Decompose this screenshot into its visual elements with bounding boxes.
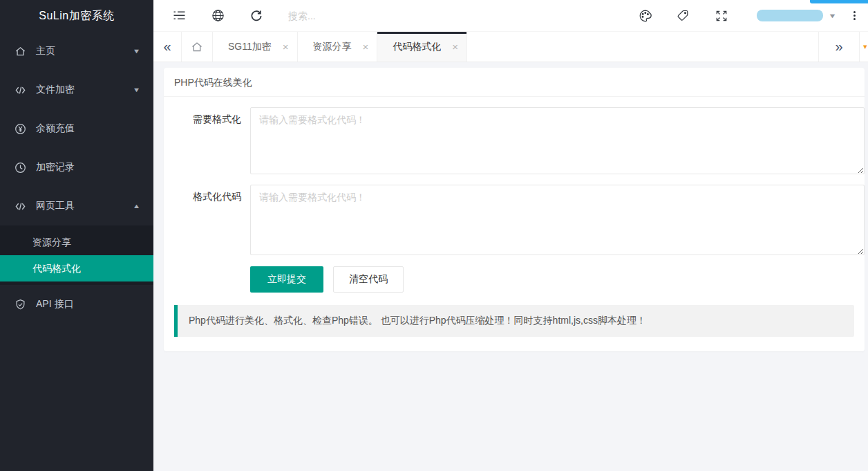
form-row-source: 需要格式化	[164, 107, 865, 174]
home-icon	[191, 41, 203, 53]
tabbar: « SG11加密 × 资源分享 × 代码格式化 × » ▾	[153, 32, 868, 62]
chevron-down-icon: ▼	[133, 86, 141, 93]
sidebar-menu: 主页 ▼ 文件加密 ▼ 余额充值 加密记录 网页工具	[0, 32, 153, 324]
tabs-scroll-right-icon[interactable]: »	[818, 32, 860, 62]
home-tab[interactable]	[182, 32, 213, 62]
sidebar-submenu-webtools: 资源分享 代码格式化	[0, 225, 153, 285]
shield-check-icon	[14, 298, 26, 311]
tab-code-format[interactable]: 代码格式化 ×	[377, 32, 467, 62]
refresh-icon[interactable]	[237, 10, 276, 22]
formatted-code-label: 格式化代码	[164, 185, 250, 255]
tab-label: 代码格式化	[393, 41, 441, 53]
chevron-up-icon: ▲	[133, 203, 141, 210]
menu-fold-icon[interactable]	[160, 10, 198, 21]
tabbar-spacer	[467, 32, 818, 62]
main-content: PHP代码在线美化 需要格式化 格式化代码 立即提交 清空代码 Php代码进行美…	[153, 62, 868, 471]
tab-resource-share[interactable]: 资源分享 ×	[298, 32, 378, 62]
sidebar-subitem-code-format[interactable]: 代码格式化	[0, 255, 153, 281]
sidebar-subitem-resource-share[interactable]: 资源分享	[0, 229, 153, 255]
close-icon[interactable]: ×	[363, 41, 369, 52]
sidebar-item-webtools[interactable]: 网页工具 ▲	[0, 187, 153, 225]
sidebar-item-home[interactable]: 主页 ▼	[0, 32, 153, 71]
globe-icon[interactable]	[198, 9, 237, 22]
tab-label: SG11加密	[228, 41, 272, 53]
overflow-caret-icon: ▾	[863, 42, 867, 51]
clock-icon	[14, 161, 26, 174]
topbar-right-controls: ▼	[626, 9, 868, 23]
sidebar-item-api[interactable]: API 接口	[0, 285, 153, 324]
yen-icon	[14, 122, 26, 135]
sidebar-item-label: 加密记录	[36, 161, 140, 174]
info-alert: Php代码进行美化、格式化、检查Php错误。 也可以进行Php代码压缩处理！同时…	[174, 305, 854, 337]
sidebar-item-label: API 接口	[36, 298, 140, 311]
palette-icon[interactable]	[626, 9, 664, 23]
beautify-form: 需要格式化 格式化代码 立即提交 清空代码 Php代码进行美化、格式化、检查Ph…	[164, 97, 865, 337]
fullscreen-icon[interactable]	[702, 10, 740, 22]
clear-button[interactable]: 清空代码	[333, 266, 404, 293]
code-icon	[14, 84, 26, 96]
form-buttons: 立即提交 清空代码	[250, 266, 865, 293]
kebab-menu-icon[interactable]	[853, 11, 856, 20]
app-title: SuLin加密系统	[0, 0, 153, 32]
home-icon	[14, 45, 26, 57]
tag-icon[interactable]	[664, 9, 702, 22]
tab-label: 资源分享	[313, 41, 352, 53]
close-icon[interactable]: ×	[283, 41, 289, 52]
form-row-result: 格式化代码	[164, 185, 865, 255]
search-input[interactable]	[288, 10, 433, 21]
formatted-code-textarea[interactable]	[250, 185, 865, 255]
user-dropdown-caret-icon[interactable]: ▼	[828, 12, 836, 19]
source-code-textarea[interactable]	[250, 107, 865, 174]
tabs-scroll-left-icon[interactable]: «	[153, 32, 182, 62]
sidebar-item-label: 网页工具	[36, 200, 133, 212]
sidebar-item-balance[interactable]: 余额充值	[0, 109, 153, 148]
submit-button[interactable]: 立即提交	[250, 266, 323, 293]
sidebar: SuLin加密系统 主页 ▼ 文件加密 ▼ 余额充值 加密记录	[0, 0, 153, 471]
sidebar-item-file-encrypt[interactable]: 文件加密 ▼	[0, 71, 153, 109]
redacted-username[interactable]	[757, 10, 823, 21]
sidebar-item-label: 主页	[36, 45, 133, 57]
source-code-label: 需要格式化	[164, 107, 250, 174]
php-beautify-card: PHP代码在线美化 需要格式化 格式化代码 立即提交 清空代码 Php代码进行美…	[164, 68, 865, 351]
tab-overflow-menu[interactable]: ▾	[860, 32, 868, 62]
top-blue-strip	[810, 0, 868, 3]
sidebar-item-records[interactable]: 加密记录	[0, 148, 153, 187]
tab-sg11[interactable]: SG11加密 ×	[213, 32, 298, 62]
topbar: ▼	[153, 0, 868, 32]
chevron-down-icon: ▼	[133, 48, 141, 55]
sidebar-item-label: 文件加密	[36, 84, 133, 96]
close-icon[interactable]: ×	[452, 41, 458, 52]
card-title: PHP代码在线美化	[164, 68, 865, 97]
code-icon	[14, 200, 26, 212]
sidebar-item-label: 余额充值	[36, 122, 140, 135]
